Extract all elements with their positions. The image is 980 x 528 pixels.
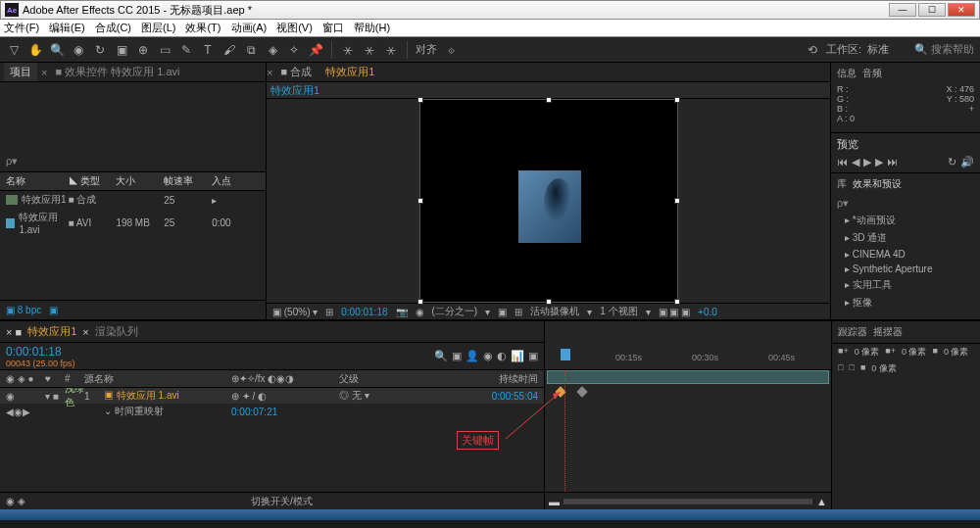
- col-type[interactable]: ◣ 类型: [69, 174, 117, 188]
- pen-tool[interactable]: ✎: [178, 42, 194, 58]
- clone-tool[interactable]: ⧉: [243, 42, 259, 58]
- view-dropdown[interactable]: 1 个视图: [600, 305, 637, 318]
- bpc-button[interactable]: ▣ 8 bpc: [6, 305, 41, 315]
- menu-layer[interactable]: 图层(L): [141, 21, 175, 35]
- transform-handle[interactable]: [417, 299, 423, 305]
- tl-mb-button[interactable]: ◐: [497, 350, 507, 362]
- loop-button[interactable]: ↻: [948, 156, 956, 168]
- effects-search[interactable]: ρ▾: [837, 195, 974, 212]
- hand-tool[interactable]: ✋: [27, 42, 43, 58]
- axis-tool-3[interactable]: ⚹: [383, 42, 399, 58]
- tab-audio[interactable]: 音频: [862, 67, 882, 80]
- windows-taskbar[interactable]: [0, 509, 980, 520]
- comp-breadcrumb[interactable]: 特效应用1: [270, 83, 319, 98]
- minimize-button[interactable]: —: [889, 3, 916, 17]
- camera-dropdown[interactable]: 活动摄像机: [530, 305, 579, 318]
- project-search[interactable]: ρ▾: [0, 151, 266, 171]
- zoom-slider[interactable]: [564, 499, 812, 504]
- timeline-tab-x[interactable]: ×: [82, 326, 88, 338]
- tl-render-button[interactable]: ▣: [528, 350, 538, 362]
- project-row-avi[interactable]: 特效应用 1.avi ■ AVI 198 MB 25 0:00: [0, 209, 266, 237]
- timeline-layer-row[interactable]: ◉ ▾ ■ 浅绿色 1 ▣ 特效应用 1.avi ⊕ ✦ / ◐ ◎ 无 ▾ 0…: [0, 388, 544, 404]
- eraser-tool[interactable]: ◈: [265, 42, 280, 58]
- tl-comp-button[interactable]: ▣: [452, 350, 462, 362]
- transform-handle[interactable]: [546, 299, 552, 305]
- timeline-tracks[interactable]: 00:15s 00:30s 00:45s 关键帧 ▬ ▲: [545, 321, 831, 509]
- col-fps[interactable]: 帧速率: [164, 174, 212, 188]
- tl-shy-button[interactable]: 👤: [466, 350, 479, 362]
- transform-handle[interactable]: [417, 198, 423, 204]
- render-queue-tab[interactable]: 渲染队列: [95, 324, 138, 339]
- tab-close-icon[interactable]: ×: [41, 67, 47, 78]
- effect-controls-label[interactable]: ■ 效果控件 特效应用 1.avi: [55, 65, 179, 79]
- menu-file[interactable]: 文件(F): [4, 21, 39, 35]
- tab-project[interactable]: 项目: [4, 63, 37, 81]
- puppet-tool[interactable]: 📌: [308, 42, 323, 58]
- tl-search-icon[interactable]: 🔍: [434, 350, 448, 362]
- rect-tool[interactable]: ▭: [157, 42, 172, 58]
- res-dropdown[interactable]: (二分之一): [432, 305, 478, 318]
- zoom-out-button[interactable]: ▬: [549, 496, 560, 507]
- menu-composition[interactable]: 合成(C): [95, 21, 131, 35]
- timeline-tab[interactable]: 特效应用1: [27, 324, 76, 339]
- first-frame-button[interactable]: ⏮: [837, 156, 848, 168]
- menu-help[interactable]: 帮助(H): [354, 21, 390, 35]
- sync-icon[interactable]: ⟲: [805, 42, 820, 58]
- axis-tool-2[interactable]: ⚹: [362, 42, 377, 58]
- last-frame-button[interactable]: ⏭: [887, 156, 898, 168]
- tab-library[interactable]: 库: [837, 177, 847, 191]
- orbit-tool[interactable]: ◉: [71, 42, 86, 58]
- timeline-tab-close[interactable]: × ■: [6, 326, 22, 338]
- timecode[interactable]: 0:00:01:18: [341, 307, 387, 317]
- toggle-switches-label[interactable]: 切换开关/模式: [251, 495, 313, 508]
- workspace-value[interactable]: 标准: [867, 42, 889, 57]
- transform-handle[interactable]: [674, 97, 680, 103]
- tab-info[interactable]: 信息: [837, 67, 857, 80]
- col-name[interactable]: 名称: [6, 174, 69, 188]
- zoom-dropdown[interactable]: ▣ (50%) ▾: [272, 307, 318, 317]
- tl-graph-button[interactable]: 📊: [511, 350, 524, 362]
- effect-category[interactable]: ▸ CINEMA 4D: [837, 247, 974, 262]
- transform-handle[interactable]: [546, 97, 552, 103]
- brush-tool[interactable]: 🖌: [221, 42, 237, 58]
- composition-viewer[interactable]: [267, 99, 830, 303]
- toggle-switches-button[interactable]: ◉ ◈: [6, 496, 25, 506]
- search-help[interactable]: 🔍 搜索帮助: [914, 42, 974, 57]
- transform-handle[interactable]: [674, 299, 680, 305]
- menu-effect[interactable]: 效果(T): [185, 21, 220, 35]
- selection-tool[interactable]: ▽: [6, 42, 22, 58]
- maximize-button[interactable]: ☐: [918, 3, 946, 17]
- effect-category[interactable]: ▸ 实用工具: [837, 276, 974, 294]
- tl-fx-button[interactable]: ◉: [483, 350, 493, 362]
- effect-category[interactable]: ▸ 3D 通道: [837, 229, 974, 247]
- rotate-tool[interactable]: ↻: [92, 42, 108, 58]
- tab-tracker[interactable]: 跟踪器: [838, 325, 867, 339]
- effect-category[interactable]: ▸ *动画预设: [837, 212, 974, 229]
- tab-close-icon[interactable]: ×: [267, 67, 272, 78]
- layer-clip[interactable]: [547, 370, 829, 384]
- transform-handle[interactable]: [674, 198, 680, 204]
- tab-effects-presets[interactable]: 效果和预设: [853, 177, 902, 191]
- mute-button[interactable]: 🔊: [960, 156, 974, 168]
- tab-wiggler[interactable]: 摇摆器: [873, 325, 903, 339]
- col-in[interactable]: 入点: [212, 174, 260, 188]
- new-folder-button[interactable]: ▣: [49, 305, 58, 315]
- camera-tool[interactable]: ▣: [114, 42, 129, 58]
- viewer-extra[interactable]: ▣ ▣ ▣: [659, 307, 691, 317]
- effect-category[interactable]: ▸ 抠像: [837, 294, 974, 312]
- menu-view[interactable]: 视图(V): [276, 21, 313, 35]
- anchor-tool[interactable]: ⊕: [135, 42, 151, 58]
- menu-window[interactable]: 窗口: [322, 21, 344, 35]
- snap-tool[interactable]: ⟐: [443, 42, 459, 58]
- axis-tool[interactable]: ⚹: [340, 42, 356, 58]
- close-button[interactable]: ✕: [948, 3, 975, 17]
- canvas[interactable]: [419, 99, 678, 303]
- prev-frame-button[interactable]: ◀: [852, 156, 859, 168]
- effect-category[interactable]: ▸ Synthetic Aperture: [837, 262, 974, 276]
- channel-button[interactable]: ◉: [416, 307, 424, 317]
- type-tool[interactable]: T: [200, 42, 216, 58]
- col-size[interactable]: 大小: [116, 174, 164, 188]
- timeline-ruler[interactable]: 00:15s 00:30s 00:45s: [545, 321, 831, 370]
- tab-preview[interactable]: 预览: [837, 137, 974, 152]
- grid-button[interactable]: ⊞: [514, 307, 522, 317]
